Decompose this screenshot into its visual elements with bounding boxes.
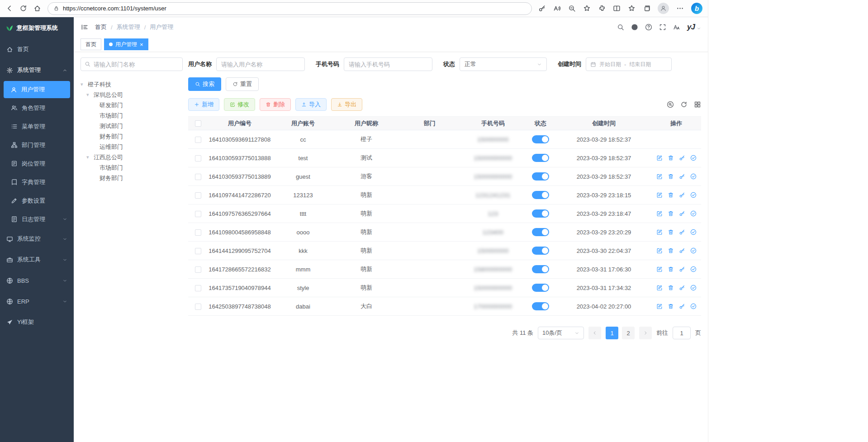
edit-action-icon[interactable] bbox=[656, 303, 663, 309]
tree-node[interactable]: 市场部门 bbox=[81, 110, 183, 121]
delete-action-icon[interactable] bbox=[668, 285, 674, 291]
assign-role-action-icon[interactable] bbox=[690, 155, 697, 161]
split-screen-icon[interactable] bbox=[613, 5, 621, 12]
user-avatar[interactable]: yJ bbox=[687, 23, 701, 32]
search-button[interactable]: 搜索 bbox=[188, 77, 221, 91]
edit-action-icon[interactable] bbox=[656, 229, 663, 235]
reset-password-action-icon[interactable] bbox=[679, 229, 685, 235]
assign-role-action-icon[interactable] bbox=[690, 285, 697, 291]
row-checkbox[interactable] bbox=[195, 174, 201, 180]
edit-action-icon[interactable] bbox=[656, 247, 663, 254]
reset-password-action-icon[interactable] bbox=[679, 192, 685, 198]
delete-action-icon[interactable] bbox=[668, 247, 674, 254]
status-toggle[interactable] bbox=[532, 172, 549, 181]
assign-role-action-icon[interactable] bbox=[690, 266, 697, 272]
delete-action-icon[interactable] bbox=[668, 155, 674, 161]
row-checkbox[interactable] bbox=[195, 266, 201, 273]
breadcrumb-home[interactable]: 首页 bbox=[95, 23, 107, 31]
bing-chat-icon[interactable] bbox=[691, 3, 702, 14]
delete-action-icon[interactable] bbox=[668, 210, 674, 217]
tree-node[interactable]: ▾橙子科技 bbox=[81, 79, 183, 90]
favorites-icon[interactable] bbox=[628, 5, 636, 12]
row-checkbox[interactable] bbox=[195, 137, 201, 143]
reset-button[interactable]: 重置 bbox=[226, 77, 259, 91]
tree-node[interactable]: 研发部门 bbox=[81, 100, 183, 110]
date-range-picker[interactable]: 开始日期 - 结束日期 bbox=[586, 57, 672, 71]
delete-action-icon[interactable] bbox=[668, 266, 674, 272]
sidebar-item-system-management[interactable]: 系统管理 bbox=[0, 60, 74, 81]
reset-password-action-icon[interactable] bbox=[679, 210, 685, 217]
goto-page-input[interactable] bbox=[673, 327, 691, 339]
zoom-icon[interactable] bbox=[568, 5, 576, 12]
status-toggle[interactable] bbox=[532, 265, 549, 273]
browser-home-button[interactable] bbox=[33, 5, 41, 12]
status-toggle[interactable] bbox=[532, 191, 549, 199]
edit-action-icon[interactable] bbox=[656, 155, 663, 161]
tree-node[interactable]: ▾深圳总公司 bbox=[81, 90, 183, 100]
breadcrumb-system[interactable]: 系统管理 bbox=[117, 23, 140, 31]
sidebar-item-system-tools[interactable]: 系统工具 bbox=[0, 249, 74, 270]
toggle-search-icon[interactable] bbox=[667, 101, 674, 108]
help-icon[interactable] bbox=[645, 24, 652, 31]
sidebar-item-user-management[interactable]: 用户管理 bbox=[4, 81, 70, 98]
status-toggle[interactable] bbox=[532, 247, 549, 255]
edit-action-icon[interactable] bbox=[656, 266, 663, 272]
reset-password-action-icon[interactable] bbox=[679, 285, 685, 291]
sidebar-item-post-management[interactable]: 岗位管理 bbox=[0, 154, 74, 173]
fullscreen-icon[interactable] bbox=[659, 24, 666, 31]
status-toggle[interactable] bbox=[532, 135, 549, 143]
reset-password-action-icon[interactable] bbox=[679, 173, 685, 180]
page-button-2[interactable]: 2 bbox=[622, 327, 635, 339]
assign-role-action-icon[interactable] bbox=[690, 192, 697, 198]
sidebar-item-param-settings[interactable]: 参数设置 bbox=[0, 191, 74, 210]
status-toggle[interactable] bbox=[532, 154, 549, 162]
import-button[interactable]: 导入 bbox=[295, 98, 327, 111]
delete-button[interactable]: 删除 bbox=[260, 98, 291, 111]
status-toggle[interactable] bbox=[532, 302, 549, 310]
edit-action-icon[interactable] bbox=[656, 173, 663, 180]
assign-role-action-icon[interactable] bbox=[690, 229, 697, 235]
export-button[interactable]: 导出 bbox=[331, 98, 362, 111]
sidebar-item-dept-management[interactable]: 部门管理 bbox=[0, 136, 74, 154]
collections-icon[interactable] bbox=[643, 5, 650, 12]
status-toggle[interactable] bbox=[532, 284, 549, 292]
tree-node[interactable]: ▾江西总公司 bbox=[81, 152, 183, 162]
extensions-icon[interactable] bbox=[598, 5, 606, 12]
edit-action-icon[interactable] bbox=[656, 210, 663, 217]
password-manager-icon[interactable] bbox=[538, 5, 546, 12]
row-checkbox[interactable] bbox=[195, 248, 201, 254]
row-checkbox[interactable] bbox=[195, 304, 201, 310]
tree-node[interactable]: 财务部门 bbox=[81, 131, 183, 142]
reset-password-action-icon[interactable] bbox=[679, 266, 685, 272]
sidebar-item-yi-framework[interactable]: Yi框架 bbox=[0, 312, 74, 333]
status-toggle[interactable] bbox=[532, 209, 549, 218]
sidebar-item-bbs[interactable]: BBS bbox=[0, 270, 74, 291]
assign-role-action-icon[interactable] bbox=[690, 303, 697, 309]
assign-role-action-icon[interactable] bbox=[690, 247, 697, 254]
assign-role-action-icon[interactable] bbox=[690, 173, 697, 180]
username-input[interactable] bbox=[216, 57, 305, 71]
edit-action-icon[interactable] bbox=[656, 192, 663, 198]
refresh-table-icon[interactable] bbox=[680, 101, 688, 108]
sidebar-item-system-monitor[interactable]: 系统监控 bbox=[0, 228, 74, 249]
reset-password-action-icon[interactable] bbox=[679, 155, 685, 161]
sidebar-item-home[interactable]: 首页 bbox=[0, 39, 74, 60]
delete-action-icon[interactable] bbox=[668, 192, 674, 198]
tab-home[interactable]: 首页 bbox=[81, 38, 101, 50]
edit-action-icon[interactable] bbox=[656, 285, 663, 291]
delete-action-icon[interactable] bbox=[668, 229, 674, 235]
row-checkbox[interactable] bbox=[195, 229, 201, 236]
tab-user-management[interactable]: 用户管理 bbox=[104, 38, 148, 50]
phone-input[interactable] bbox=[344, 57, 432, 71]
sidebar-item-dict-management[interactable]: 字典管理 bbox=[0, 173, 74, 191]
prev-page-button[interactable] bbox=[588, 327, 601, 339]
columns-icon[interactable] bbox=[694, 101, 701, 108]
font-size-icon[interactable] bbox=[673, 24, 680, 31]
tree-node[interactable]: 市场部门 bbox=[81, 162, 183, 173]
tree-node[interactable]: 财务部门 bbox=[81, 173, 183, 183]
add-favorite-icon[interactable] bbox=[583, 5, 591, 12]
read-aloud-icon[interactable] bbox=[553, 5, 561, 12]
address-bar[interactable]: https://ccnetcore.com:1101/system/user bbox=[47, 2, 532, 15]
next-page-button[interactable] bbox=[639, 327, 652, 339]
browser-profile-avatar[interactable] bbox=[658, 3, 669, 14]
